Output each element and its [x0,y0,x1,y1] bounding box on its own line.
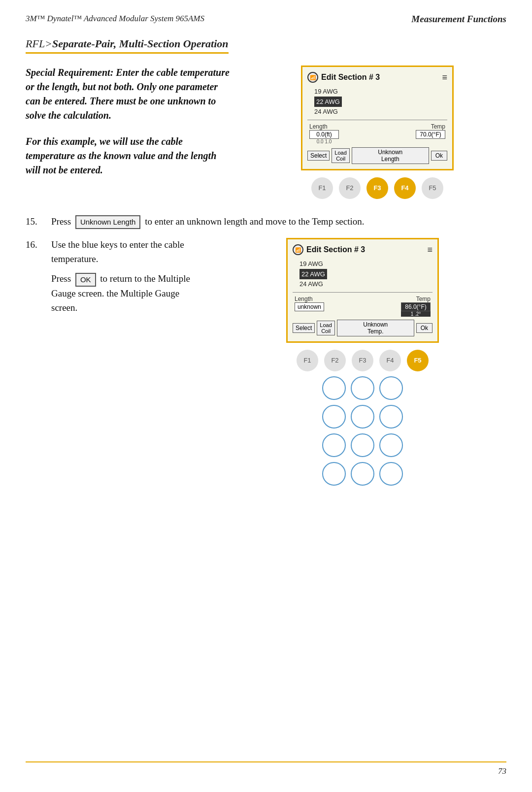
btn-select-1[interactable]: Select [307,151,330,161]
screen-header-1: 📶 Edit Section # 3 ≡ [307,72,447,83]
blue-key-5[interactable] [351,405,374,429]
main-content: Special Requirement: Enter the cable tem… [0,54,532,199]
step16-device: 📶 Edit Section # 3 ≡ 19 AWG 22 AWG 24 AW… [219,238,506,486]
temp-value-1: 70.0(°F) [416,130,445,139]
step-16-sub: Press OK to return to the Multiple Gauge… [51,272,203,315]
screen-header-2: 📶 Edit Section # 3 ≡ [293,244,432,255]
screen-header-left-2: 📶 Edit Section # 3 [293,244,365,255]
fkey-f2-2[interactable]: F2 [324,350,346,371]
blue-key-6[interactable] [379,405,403,429]
length-value-2: unknown [295,302,324,311]
step-16-number: 16. [26,238,51,252]
fkey-f4-1[interactable]: F4 [394,177,416,199]
blue-key-11[interactable] [351,462,374,486]
rfl-prefix: RFL> [26,37,52,50]
btn-load-coil-2[interactable]: LoadCoil [317,321,334,335]
step-16: 16. Use the blue keys to enter the cable… [26,238,203,315]
device-screen-1: 📶 Edit Section # 3 ≡ 19 AWG 22 AWG 24 AW… [301,66,454,170]
step-16-ok-button[interactable]: OK [75,273,96,287]
text-column: Special Requirement: Enter the cable tem… [26,66,233,199]
screen-params-row-1: Length 0.0(ft) 0.0 1.0 Temp 70.0(°F) [307,123,447,144]
screen-divider-2 [293,292,432,293]
section-title: RFL>Separate-Pair, Multi-Section Operati… [26,37,229,54]
blue-key-2[interactable] [351,376,374,400]
blue-key-3[interactable] [379,376,403,400]
btn-ok-1[interactable]: Ok [431,151,447,161]
step16-text: 16. Use the blue keys to enter the cable… [26,238,203,486]
device-screen-2: 📶 Edit Section # 3 ≡ 19 AWG 22 AWG 24 AW… [286,238,439,343]
screen-bottom-row-2: Select LoadCoil UnknownTemp. Ok [293,320,432,336]
awg-24: 24 AWG [314,107,447,117]
section-title-text: Separate-Pair, Multi-Section Operation [52,37,229,50]
example-text: For this example, we will use the cable … [26,134,233,177]
step-15-suffix: to enter an unknown length and move to t… [145,216,364,227]
temp-label-1: Temp [416,123,445,130]
blue-key-7[interactable] [322,433,346,457]
fkey-f4-2[interactable]: F4 [379,350,401,371]
step-15-button[interactable]: Unknown Length [75,215,141,230]
page-footer: 73 [26,761,506,776]
section-title-bar: RFL>Separate-Pair, Multi-Section Operati… [0,29,532,54]
temp-col-2: Temp 86.0(°F) 1 .2° [401,296,431,317]
length-subvalue-1: 0.0 1.0 [309,139,339,144]
screen-header-left: 📶 Edit Section # 3 [307,72,380,83]
fkey-f3-2[interactable]: F3 [352,350,373,371]
awg-22-selected: 22 AWG [314,97,342,107]
fkeys-row-2: F1 F2 F3 F4 F5 [297,350,429,371]
length-col-2: Length unknown [295,296,324,311]
screen-title-1: Edit Section # 3 [321,73,380,82]
btn-load-coil-1[interactable]: LoadCoil [332,148,349,163]
awg-list-1: 19 AWG 22 AWG 24 AWG [314,87,447,117]
temp-col-1: Temp 70.0(°F) [416,123,445,139]
page-number: 73 [498,766,506,776]
awg-19-2: 19 AWG [299,259,432,269]
page-header: 3M™ Dynatel™ Advanced Modular System 965… [0,0,532,29]
step16-layout: 16. Use the blue keys to enter the cable… [0,238,532,486]
blue-key-10[interactable] [322,462,346,486]
step-16-content: Use the blue keys to enter the cable tem… [51,238,203,315]
screen-params-row-2: Length unknown Temp 86.0(°F) 1 .2° [293,296,432,317]
step-16-sub-prefix: Press [51,273,71,284]
step-15-prefix: Press [51,216,71,227]
blue-key-12[interactable] [379,462,403,486]
temp-value-2: 86.0(°F) [401,302,431,311]
step-15-number: 15. [26,215,51,229]
length-label-2: Length [295,296,324,302]
btn-unknown-length-1[interactable]: UnknownLength [352,147,429,164]
fkeys-row-1: F1 F2 F3 F4 F5 [311,177,443,199]
device-icon-2: 📶 [293,244,303,255]
blue-key-9[interactable] [379,433,403,457]
btn-unknown-temp-2[interactable]: UnknownTemp. [337,320,414,336]
btn-select-2[interactable]: Select [293,323,315,333]
screen-menu-icon: ≡ [442,73,447,82]
screen-divider-1 [307,120,447,120]
length-col: Length 0.0(ft) 0.0 1.0 [309,123,339,144]
fkey-f3-1[interactable]: F3 [366,177,388,199]
device-column-1: 📶 Edit Section # 3 ≡ 19 AWG 22 AWG 24 AW… [248,66,506,199]
fkey-f1-1[interactable]: F1 [311,177,333,199]
temp-label-2: Temp [401,296,431,302]
fkey-f2-1[interactable]: F2 [339,177,361,199]
fkey-f5-1[interactable]: F5 [422,177,443,199]
step-16-main-text: Use the blue keys to enter the cable tem… [51,239,184,264]
screen-menu-icon-2: ≡ [427,245,432,254]
blue-key-4[interactable] [322,405,346,429]
step-16-sub-suffix: to return to the Multiple Gauge screen. [51,273,190,298]
btn-ok-2[interactable]: Ok [416,323,432,333]
blue-key-1[interactable] [322,376,346,400]
step-15-content: Press Unknown Length to enter an unknown… [51,215,506,230]
awg-22-selected-2: 22 AWG [299,269,327,280]
awg-24-2: 24 AWG [299,279,432,289]
blue-key-8[interactable] [351,433,374,457]
fkey-f5-2[interactable]: F5 [407,350,429,371]
special-requirement: Special Requirement: Enter the cable tem… [26,66,233,123]
screen-bottom-row-1: Select LoadCoil UnknownLength Ok [307,147,447,164]
header-left-text: 3M™ Dynatel™ Advanced Modular System 965… [26,14,204,24]
step-15: 15. Press Unknown Length to enter an unk… [26,215,506,230]
header-right-text: Measurement Functions [411,14,506,25]
awg-list-2: 19 AWG 22 AWG 24 AWG [299,259,432,289]
blue-keys-grid [322,376,403,486]
fkey-f1-2[interactable]: F1 [297,350,318,371]
awg-19: 19 AWG [314,87,447,97]
device-icon: 📶 [307,72,318,83]
